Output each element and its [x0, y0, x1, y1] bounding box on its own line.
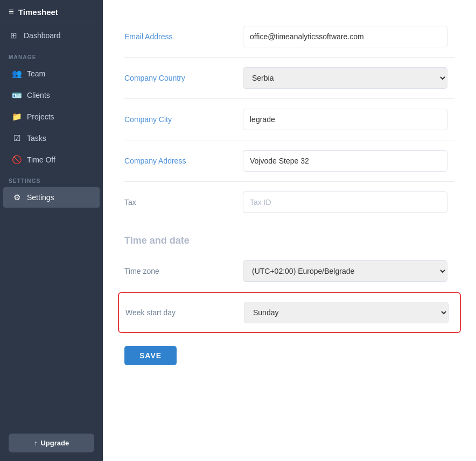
email-label: Email Address — [124, 32, 232, 41]
sidebar-item-projects[interactable]: 📁 Projects — [3, 107, 100, 127]
timezone-select[interactable]: (UTC+02:00) Europe/Belgrade (UTC+00:00) … — [243, 260, 447, 282]
manage-section-label: MANAGE — [0, 47, 103, 63]
week-start-row: Week start day Sunday Monday Tuesday Wed… — [118, 292, 461, 333]
sidebar-item-timeoff[interactable]: 🚫 Time Off — [3, 150, 100, 170]
email-input[interactable] — [243, 26, 447, 47]
team-icon: 👥 — [12, 69, 22, 79]
upgrade-arrow-icon: ↑ — [34, 439, 38, 447]
projects-icon: 📁 — [12, 112, 22, 122]
week-start-label: Week start day — [125, 308, 233, 317]
address-row: Company Address — [124, 140, 454, 182]
sidebar-item-settings[interactable]: ⚙ Settings — [3, 187, 100, 208]
address-label: Company Address — [124, 157, 232, 165]
timesheet-icon: ≡ — [9, 6, 14, 17]
sidebar: ≡ Timesheet ⊞ Dashboard MANAGE 👥 Team 🪪 … — [0, 0, 103, 461]
address-input[interactable] — [243, 150, 447, 172]
settings-icon: ⚙ — [12, 193, 22, 202]
email-row: Email Address — [124, 16, 454, 58]
city-row: Company City — [124, 99, 454, 140]
dashboard-label: Dashboard — [24, 31, 61, 40]
sidebar-item-tasks[interactable]: ☑ Tasks — [3, 128, 100, 148]
timeoff-label: Time Off — [27, 155, 55, 164]
tasks-label: Tasks — [27, 134, 46, 143]
settings-label: Settings — [27, 193, 54, 202]
save-button[interactable]: SAVE — [124, 346, 177, 365]
tax-input[interactable] — [243, 192, 447, 213]
sidebar-item-team[interactable]: 👥 Team — [3, 63, 100, 84]
sidebar-item-clients[interactable]: 🪪 Clients — [3, 85, 100, 105]
upgrade-button[interactable]: ↑ Upgrade — [9, 434, 94, 452]
city-label: Company City — [124, 115, 232, 124]
week-start-select[interactable]: Sunday Monday Tuesday Wednesday Thursday… — [244, 302, 449, 323]
time-date-section-title: Time and date — [124, 223, 454, 251]
upgrade-label: Upgrade — [40, 439, 69, 447]
app-title: Timesheet — [18, 8, 58, 17]
team-label: Team — [27, 69, 45, 78]
tasks-icon: ☑ — [12, 133, 22, 143]
timeoff-icon: 🚫 — [12, 155, 22, 165]
sidebar-header[interactable]: ≡ Timesheet — [0, 0, 103, 24]
sidebar-item-dashboard[interactable]: ⊞ Dashboard — [0, 24, 103, 47]
main-content: Email Address Company Country Serbia Ger… — [103, 0, 476, 461]
dashboard-icon: ⊞ — [9, 31, 18, 40]
tax-label: Tax — [124, 198, 232, 207]
clients-icon: 🪪 — [12, 90, 22, 100]
country-row: Company Country Serbia Germany USA Franc… — [124, 58, 454, 99]
country-label: Company Country — [124, 74, 232, 82]
country-select[interactable]: Serbia Germany USA France UK — [243, 67, 447, 89]
city-input[interactable] — [243, 109, 447, 130]
projects-label: Projects — [27, 112, 54, 121]
tax-row: Tax — [124, 182, 454, 223]
timezone-row: Time zone (UTC+02:00) Europe/Belgrade (U… — [124, 251, 454, 292]
settings-section-label: SETTINGS — [0, 171, 103, 187]
timezone-label: Time zone — [124, 267, 232, 275]
clients-label: Clients — [27, 91, 50, 100]
